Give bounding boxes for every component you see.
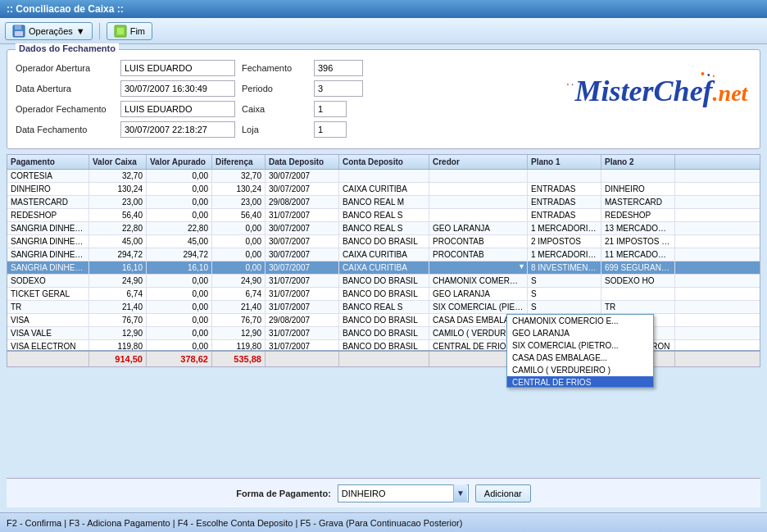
forma-pagamento-select[interactable]: DINHEIRO CARTAO CHEQUE VOUCHER (338, 484, 469, 502)
credor-dropdown[interactable]: CHAMONIX COMERCIO E...GEO LARANJASIX COM… (506, 314, 654, 388)
col-conta-deposito: Conta Deposito (339, 155, 429, 169)
grid-header: Pagamento Valor Caixa Valor Apurado Dife… (7, 155, 760, 170)
fim-label: Fim (130, 26, 145, 36)
grid-cell: 31/07/2007 (266, 275, 339, 287)
svg-rect-2 (15, 31, 23, 36)
grid-cell: 30/07/2007 (266, 183, 339, 195)
grid-cell: 31/07/2007 (266, 209, 339, 221)
grid-cell (429, 196, 528, 208)
table-row[interactable]: SODEXO24,900,0024,9031/07/2007BANCO DO B… (7, 275, 760, 288)
fechamento-label: Fechamento (242, 63, 307, 73)
grid-cell: ENTRADAS (528, 183, 601, 195)
grid-cell: BANCO REAL S (339, 209, 429, 221)
data-abertura-input[interactable] (120, 80, 235, 97)
grid-cell: 21,40 (89, 301, 147, 313)
grid-cell: 0,00 (147, 288, 212, 300)
caixa-input[interactable] (314, 101, 347, 117)
table-row[interactable]: CORTESIA32,700,0032,7030/07/2007 (7, 170, 760, 183)
grid-wrapper: Pagamento Valor Caixa Valor Apurado Dife… (7, 154, 760, 473)
grid-cell: DINHEIRO (7, 183, 89, 195)
logo-area: • • • MisterChef.net • • (571, 58, 751, 124)
operacoes-label: Operações (29, 26, 73, 36)
grid-cell: 24,90 (89, 275, 147, 287)
grid-cell: 30/07/2007 (266, 235, 339, 248)
grid-cell (528, 170, 601, 182)
grid-cell: 56,40 (89, 209, 147, 221)
grid-cell: SIX COMERCIAL (PIETRO... (429, 301, 528, 313)
grid-cell: 56,40 (212, 209, 266, 221)
grid-cell: 0,00 (212, 248, 266, 261)
operador-fechamento-label: Operador Fechamento (16, 104, 114, 114)
table-row[interactable]: TR21,400,0021,4031/07/2007BANCO REAL SSI… (7, 301, 760, 314)
grid-cell: 0,00 (147, 275, 212, 287)
grid-cell: TICKET GERAL (7, 288, 89, 300)
status-text: F2 - Confirma | F3 - Adiciona Pagamento … (7, 518, 462, 528)
grid-cell (601, 170, 675, 182)
grid-cell: 21 IMPOSTOS FED... (601, 235, 675, 248)
table-row[interactable]: DINHEIRO130,240,00130,2430/07/2007CAIXA … (7, 183, 760, 196)
grid-cell: 130,24 (89, 183, 147, 195)
grid-cell: 30/07/2007 (266, 222, 339, 234)
caixa-label: Caixa (242, 104, 307, 114)
adicionar-button[interactable]: Adicionar (475, 484, 531, 502)
table-row[interactable]: SANGRIA DINHEIRO22,8022,800,0030/07/2007… (7, 222, 760, 235)
table-row[interactable]: TICKET GERAL6,740,006,7431/07/2007BANCO … (7, 288, 760, 301)
table-row[interactable]: REDESHOP56,400,0056,4031/07/2007BANCO RE… (7, 209, 760, 222)
loja-input[interactable] (314, 121, 347, 138)
grid-cell: 0,00 (147, 196, 212, 208)
grid-cell: 12,90 (89, 327, 147, 339)
fim-icon (114, 25, 127, 38)
grid-cell: MASTERCARD (601, 196, 675, 208)
grid-cell: 31/07/2007 (266, 327, 339, 339)
data-fechamento-input[interactable] (120, 121, 235, 138)
table-row[interactable]: SANGRIA DINHEIRO16,1016,100,0030/07/2007… (7, 261, 760, 275)
fim-button[interactable]: Fim (107, 22, 152, 40)
fechamento-input[interactable] (314, 60, 363, 76)
table-row[interactable]: MASTERCARD23,000,0023,0029/08/2007BANCO … (7, 196, 760, 209)
grid-cell: 23,00 (212, 196, 266, 208)
col-valor-caixa: Valor Caixa (89, 155, 147, 169)
grid-cell: BANCO DO BRASIL (339, 327, 429, 339)
col-pagamento: Pagamento (7, 155, 89, 169)
grid-cell: 130,24 (212, 183, 266, 195)
grid-cell: 2 IMPOSTOS (528, 235, 601, 248)
col-credor: Credor (429, 155, 528, 169)
dropdown-item[interactable]: CASA DAS EMBALAGE... (507, 352, 653, 364)
grid-cell: 0,00 (212, 235, 266, 248)
form-row-4: Data Fechamento Loja (16, 121, 751, 138)
grid-cell: BANCO REAL S (339, 222, 429, 234)
grid-cell: PROCONTAB (429, 248, 528, 261)
total-conta (339, 352, 429, 366)
table-row[interactable]: SANGRIA DINHEIRO294,72294,720,0030/07/20… (7, 248, 760, 261)
dropdown-item[interactable]: CENTRAL DE FRIOS (507, 376, 653, 388)
table-row[interactable]: SANGRIA DINHEIRO45,0045,000,0030/07/2007… (7, 235, 760, 248)
grid-cell: BANCO DO BRASIL (339, 235, 429, 248)
panel-title: Dados do Fechamento (16, 43, 119, 53)
dropdown-item[interactable]: GEO LARANJA (507, 327, 653, 339)
periodo-input[interactable] (314, 80, 363, 97)
grid-cell: 16,10 (89, 261, 147, 274)
grid-cell: 12,90 (212, 327, 266, 339)
status-bar: F2 - Confirma | F3 - Adiciona Pagamento … (0, 512, 767, 532)
grid-cell: SODEXO (7, 275, 89, 287)
dropdown-item[interactable]: SIX COMERCIAL (PIETRO... (507, 339, 653, 352)
operador-abertura-input[interactable] (120, 60, 235, 76)
grid-cell: 31/07/2007 (266, 340, 339, 350)
grid-cell: 30/07/2007 (266, 261, 339, 274)
grid-cell: 0,00 (212, 261, 266, 274)
col-valor-apurado: Valor Apurado (147, 155, 212, 169)
dropdown-item[interactable]: CHAMONIX COMERCIO E... (507, 315, 653, 327)
operador-fechamento-input[interactable] (120, 101, 235, 117)
grid-cell: 31/07/2007 (266, 288, 339, 300)
grid-cell: SANGRIA DINHEIRO (7, 222, 89, 234)
grid-cell: ENTRADAS (528, 209, 601, 221)
grid-cell: REDESHOP (601, 209, 675, 221)
save-icon-btn[interactable]: Operações ▼ (5, 22, 93, 40)
dropdown-item[interactable]: CAMILO ( VERDUREIRO ) (507, 364, 653, 376)
grid-cell: ▼ (429, 261, 528, 274)
forma-pagamento-select-wrapper[interactable]: DINHEIRO CARTAO CHEQUE VOUCHER ▼ (338, 484, 469, 502)
grid-cell: 1 MERCADORIAS (528, 248, 601, 261)
grid-cell: 294,72 (89, 248, 147, 261)
grid-cell: 0,00 (147, 314, 212, 326)
grid-cell (429, 170, 528, 182)
